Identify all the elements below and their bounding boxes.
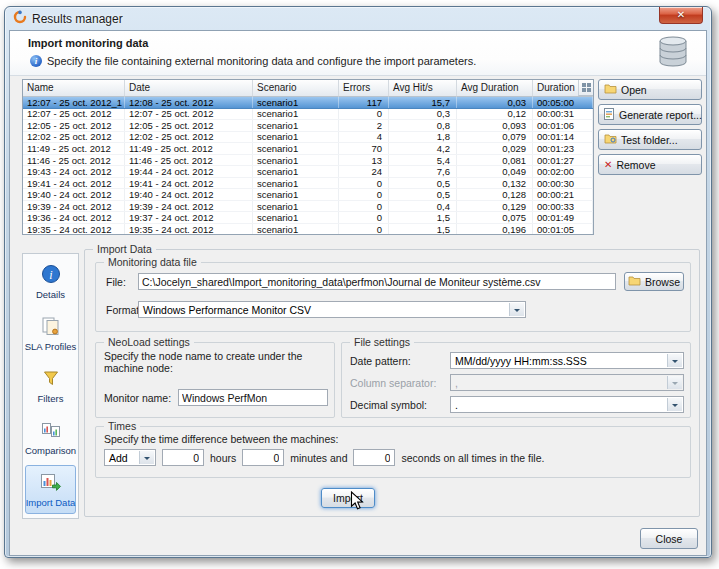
- table-cell: 19:43 - 24 oct. 2012: [23, 166, 125, 177]
- table-cell: 19:41 - 24 oct. 2012: [125, 178, 253, 189]
- table-cell: 0,029: [457, 143, 533, 154]
- monitor-name-input[interactable]: [178, 389, 328, 406]
- titlebar[interactable]: Results manager ✕: [9, 7, 707, 30]
- sidebar-item-comparison[interactable]: Comparison: [25, 413, 76, 462]
- table-cell: 00:05:00: [533, 97, 593, 108]
- column-header-date[interactable]: Date: [125, 80, 253, 97]
- open-button[interactable]: Open: [598, 79, 702, 100]
- remove-x-icon: ✕: [604, 160, 612, 170]
- sidebar-item-sla-profiles[interactable]: SLA Profiles: [25, 309, 76, 358]
- minutes-input[interactable]: [242, 449, 284, 466]
- results-table-header: NameDateScenarioErrorsAvg Hit/sAvg Durat…: [23, 80, 593, 97]
- table-row[interactable]: 19:36 - 24 oct. 201219:37 - 24 oct. 2012…: [23, 212, 593, 224]
- table-row[interactable]: 19:41 - 24 oct. 201219:41 - 24 oct. 2012…: [23, 178, 593, 190]
- table-row[interactable]: 12:07 - 25 oct. 201212:07 - 25 oct. 2012…: [23, 109, 593, 121]
- browse-folder-icon: [628, 275, 641, 288]
- date-pattern-select[interactable]: MM/dd/yyyy HH:mm:ss.SSS: [450, 352, 684, 369]
- sidebar-item-details[interactable]: i Details: [25, 257, 76, 306]
- window-close-button[interactable]: ✕: [659, 7, 703, 24]
- table-row[interactable]: 12:07 - 25 oct. 2012_112:08 - 25 oct. 20…: [23, 97, 593, 109]
- table-row[interactable]: 19:39 - 24 oct. 201219:39 - 24 oct. 2012…: [23, 201, 593, 213]
- table-cell: 00:02:00: [533, 166, 593, 177]
- table-settings-icon[interactable]: [578, 80, 593, 96]
- table-row[interactable]: 11:49 - 25 oct. 201211:49 - 25 oct. 2012…: [23, 143, 593, 155]
- table-cell: 0,049: [457, 166, 533, 177]
- column-separator-select: ,: [450, 374, 684, 391]
- open-folder-icon: [604, 83, 617, 96]
- table-cell: 00:00:31: [533, 109, 593, 120]
- time-offset-mode-select[interactable]: Add: [104, 449, 156, 466]
- table-cell: 0,132: [457, 178, 533, 189]
- seconds-input[interactable]: [353, 449, 395, 466]
- dialog-body: Import monitoring data i Specify the fil…: [9, 30, 707, 556]
- table-actions: Open Generate report... Test folder... ✕: [598, 79, 702, 175]
- format-select[interactable]: Windows Performance Monitor CSV: [138, 301, 526, 318]
- times-group: Times Specify the time difference betwee…: [95, 426, 691, 478]
- results-table-body: 12:07 - 25 oct. 2012_112:08 - 25 oct. 20…: [23, 97, 593, 235]
- browse-button[interactable]: Browse: [624, 272, 684, 291]
- date-pattern-label: Date pattern:: [350, 355, 411, 367]
- table-row[interactable]: 12:02 - 25 oct. 201212:02 - 25 oct. 2012…: [23, 132, 593, 144]
- close-button[interactable]: Close: [640, 528, 698, 549]
- table-cell: 0: [339, 201, 389, 212]
- table-cell: 4,2: [389, 143, 457, 154]
- table-cell: 19:35 - 24 oct. 2012: [125, 224, 253, 235]
- table-cell: 00:01:23: [533, 143, 593, 154]
- file-path-input[interactable]: [138, 273, 616, 290]
- table-cell: 00:01:14: [533, 132, 593, 143]
- table-cell: scenario1: [253, 109, 339, 120]
- table-row[interactable]: 19:43 - 24 oct. 201219:44 - 24 oct. 2012…: [23, 166, 593, 178]
- table-cell: 11:49 - 25 oct. 2012: [23, 143, 125, 154]
- table-cell: scenario1: [253, 166, 339, 177]
- table-cell: 5,4: [389, 155, 457, 166]
- table-cell: 0,093: [457, 120, 533, 131]
- sidebar-item-filters[interactable]: Filters: [25, 361, 76, 410]
- table-cell: 12:02 - 25 oct. 2012: [23, 132, 125, 143]
- table-row[interactable]: 11:46 - 25 oct. 201211:46 - 25 oct. 2012…: [23, 155, 593, 167]
- table-cell: 0,128: [457, 189, 533, 200]
- table-cell: 00:01:06: [533, 120, 593, 131]
- neoload-settings-group: NeoLoad settings Specify the node name t…: [95, 342, 335, 418]
- generate-report-button[interactable]: Generate report...: [598, 104, 702, 125]
- screen: Results manager ✕ Import monitoring data…: [0, 0, 719, 569]
- decimal-symbol-label: Decimal symbol:: [350, 399, 427, 411]
- table-cell: 12:07 - 25 oct. 2012: [125, 109, 253, 120]
- table-cell: 00:00:33: [533, 201, 593, 212]
- remove-button[interactable]: ✕ Remove: [598, 154, 702, 175]
- table-cell: scenario1: [253, 120, 339, 131]
- column-header-avg-duration[interactable]: Avg Duration: [457, 80, 533, 97]
- table-cell: scenario1: [253, 143, 339, 154]
- table-row[interactable]: 12:05 - 25 oct. 201212:05 - 25 oct. 2012…: [23, 120, 593, 132]
- decimal-symbol-select[interactable]: .: [450, 396, 684, 413]
- import-button[interactable]: Import: [321, 488, 375, 508]
- table-cell: 0: [339, 109, 389, 120]
- minutes-label: minutes and: [290, 452, 347, 464]
- table-cell: scenario1: [253, 132, 339, 143]
- chevron-down-icon: [667, 354, 682, 367]
- monitor-name-label: Monitor name:: [104, 392, 171, 404]
- table-row[interactable]: 19:35 - 24 oct. 201219:35 - 24 oct. 2012…: [23, 224, 593, 235]
- column-header-name[interactable]: Name: [23, 80, 125, 97]
- table-row[interactable]: 19:40 - 24 oct. 201219:40 - 24 oct. 2012…: [23, 189, 593, 201]
- test-folder-button[interactable]: Test folder...: [598, 129, 702, 150]
- app-icon: [13, 10, 27, 28]
- table-cell: 0,4: [389, 201, 457, 212]
- table-cell: 11:49 - 25 oct. 2012: [125, 143, 253, 154]
- results-manager-window: Results manager ✕ Import monitoring data…: [4, 6, 712, 558]
- page-subtitle: Specify the file containing external mon…: [47, 55, 476, 67]
- chevron-down-icon: [139, 451, 154, 464]
- column-header-errors[interactable]: Errors: [339, 80, 389, 97]
- table-cell: 7,6: [389, 166, 457, 177]
- table-cell: 19:35 - 24 oct. 2012: [23, 224, 125, 235]
- table-cell: scenario1: [253, 212, 339, 223]
- column-header-scenario[interactable]: Scenario: [253, 80, 339, 97]
- svg-text:i: i: [49, 267, 52, 281]
- table-cell: 0: [339, 189, 389, 200]
- import-data-chart-icon: [40, 472, 62, 496]
- sidebar-item-import-data[interactable]: Import Data: [25, 465, 76, 514]
- hours-input[interactable]: [162, 449, 204, 466]
- info-icon: i: [30, 55, 42, 67]
- column-header-avg-hit-s[interactable]: Avg Hit/s: [389, 80, 457, 97]
- table-cell: 0,8: [389, 120, 457, 131]
- table-cell: 11:46 - 25 oct. 2012: [125, 155, 253, 166]
